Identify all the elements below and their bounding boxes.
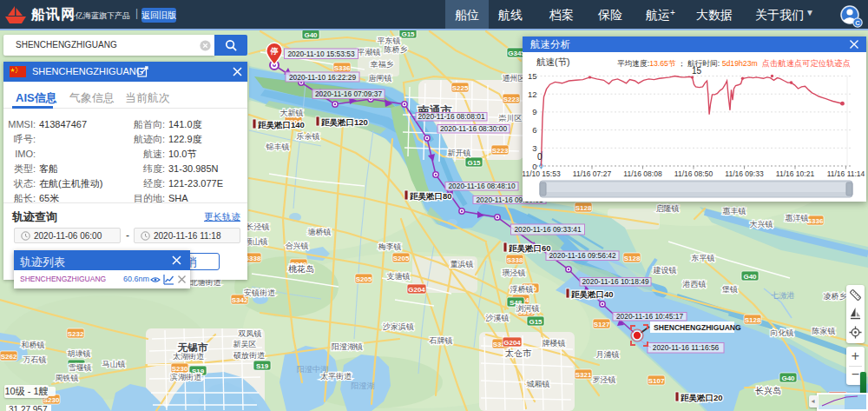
svg-text:G15: G15 [401,30,415,38]
svg-text:乐余镇: 乐余镇 [296,132,320,141]
svg-text:0: 0 [537,152,542,162]
svg-text:惠洋镇: 惠洋镇 [785,214,809,222]
svg-text:S225: S225 [452,84,469,92]
svg-text:雪堰镇: 雪堰镇 [69,363,92,372]
svg-text:罗泾镇: 罗泾镇 [593,375,616,384]
svg-text:S336: S336 [807,217,824,225]
svg-text:停: 停 [270,47,279,56]
svg-text:崇川区: 崇川区 [499,114,523,123]
svg-text:S128: S128 [624,255,641,262]
svg-text:15: 15 [692,66,702,76]
svg-text:堡镇: 堡镇 [721,285,738,294]
svg-text:月浦镇: 月浦镇 [596,350,620,359]
svg-text:S336: S336 [334,64,351,72]
svg-text:S128: S128 [745,316,761,324]
svg-text:11/16 09:33: 11/16 09:33 [725,169,764,178]
svg-text:11/16 08:08: 11/16 08:08 [623,169,662,178]
svg-text:梅李镇: 梅李镇 [378,242,402,251]
svg-text:12: 12 [528,89,537,99]
svg-text:11/16 07:27: 11/16 07:27 [573,169,612,178]
svg-text:距吴淞口20: 距吴淞口20 [681,393,723,402]
svg-text:塘桥镇: 塘桥镇 [307,228,332,236]
svg-text:和桥镇: 和桥镇 [22,341,45,349]
svg-text:沙溪镇: 沙溪镇 [485,314,510,322]
svg-text:港西镇: 港西镇 [682,280,707,288]
svg-text:S205: S205 [393,255,410,262]
svg-text:2020-11-16 10:45:17: 2020-11-16 10:45:17 [616,312,683,321]
svg-text:距吴淞口40: 距吴淞口40 [571,289,614,299]
svg-text:2020-11-16 08:48:10: 2020-11-16 08:48:10 [448,182,515,190]
svg-text:C: C [855,19,860,27]
svg-text:15: 15 [528,71,537,81]
svg-text:S205: S205 [356,275,372,283]
svg-text:建设镇: 建设镇 [653,266,677,275]
svg-text:S19: S19 [256,362,269,370]
svg-text:浮桥镇: 浮桥镇 [510,285,534,294]
svg-text:2020-11-16 10:18:49: 2020-11-16 10:18:49 [582,277,648,286]
svg-text:2020-11-16 11:16:56: 2020-11-16 11:16:56 [653,343,720,352]
svg-text:S127: S127 [594,321,610,328]
svg-text:七滧港: 七滧港 [771,291,795,300]
svg-text:陈家镇: 陈家镇 [812,327,836,335]
svg-text:太仓市: 太仓市 [505,348,532,358]
svg-text:大新镇: 大新镇 [280,109,304,117]
svg-text:G204: G204 [408,286,425,294]
svg-text:6: 6 [532,125,536,135]
svg-text:凌桥乡: 凌桥乡 [824,292,847,301]
svg-text:幸福乡: 幸福乡 [371,60,394,69]
svg-text:G40: G40 [304,31,318,39]
svg-text:S321: S321 [575,371,592,379]
svg-text:安镇街道: 安镇街道 [244,288,275,297]
svg-text:航速(节): 航速(节) [536,56,570,67]
svg-text:向化镇: 向化镇 [771,328,794,337]
svg-text:9: 9 [532,107,536,116]
svg-text:平均速度:13.65节 ； 航行时间: 5d19h23m: 平均速度:13.65节 ； 航行时间: 5d19h23m [617,59,758,68]
svg-text:2020-11-16 08:30:00: 2020-11-16 08:30:00 [440,124,507,133]
svg-text:G204: G204 [503,339,521,347]
svg-text:阳澄湖: 阳澄湖 [352,381,375,390]
svg-text:2020-11-16 09:56:42: 2020-11-16 09:56:42 [549,251,615,260]
svg-text:G15: G15 [467,159,481,167]
svg-text:距吴淞口80: 距吴淞口80 [410,191,452,201]
svg-text:2020-11-16 07:09:37: 2020-11-16 07:09:37 [315,89,382,98]
svg-text:唐闸镇: 唐闸镇 [369,74,392,83]
svg-text:11/16 11:14: 11/16 11:14 [827,169,865,178]
svg-text:平潮镇: 平潮镇 [358,48,381,56]
svg-text:S262: S262 [1,353,17,361]
svg-text:无锡市: 无锡市 [177,341,208,353]
svg-text:璜泾镇: 璜泾镇 [503,268,526,277]
svg-text:距吴淞口120: 距吴淞口120 [321,117,368,127]
svg-text:阳澄湖镇: 阳澄湖镇 [332,342,363,351]
svg-text:G40: G40 [781,375,795,382]
svg-text:双凤镇: 双凤镇 [238,329,262,338]
svg-text:石牌镇: 石牌镇 [429,336,453,345]
svg-text:支塘镇: 支塘镇 [387,272,411,281]
svg-text:新吴区: 新吴区 [233,340,257,348]
svg-text:万石镇: 万石镇 [23,355,47,364]
svg-text:G15: G15 [529,318,542,326]
svg-text:长泾镇: 长泾镇 [247,222,270,231]
svg-text:距吴淞口60: 距吴淞口60 [509,243,551,253]
svg-text:阳澄中湖: 阳澄中湖 [297,365,328,374]
svg-text:2020-11-10 16:22:29: 2020-11-10 16:22:29 [289,73,356,82]
svg-text:11/16 10:21: 11/16 10:21 [776,169,815,178]
svg-text:合兴镇: 合兴镇 [286,242,309,250]
svg-text:锦丰镇: 锦丰镇 [266,143,290,151]
svg-text:平东镇: 平东镇 [378,36,401,45]
svg-text:滨湖街道: 滨湖街道 [170,373,201,381]
svg-text:点击航速点可定位轨迹点: 点击航速点可定位轨迹点 [762,58,851,68]
svg-text:S128: S128 [575,204,592,212]
svg-text:长兴岛: 长兴岛 [755,386,781,395]
svg-text:S223: S223 [503,96,520,103]
svg-text:G40: G40 [743,273,757,281]
svg-text:硕放街道: 硕放街道 [233,351,265,360]
svg-text:2020-11-16 08:08:01: 2020-11-16 08:08:01 [418,112,484,121]
svg-text:S230: S230 [172,365,188,373]
svg-text:马山镇: 马山镇 [102,360,126,368]
svg-text:S232: S232 [68,330,84,338]
svg-text:2020-11-10 15:53:53: 2020-11-10 15:53:53 [287,50,354,58]
svg-text:新开镇: 新开镇 [448,149,471,157]
svg-text:浏河镇: 浏河镇 [516,304,540,313]
svg-text:启隆镇: 启隆镇 [656,204,680,213]
svg-text:沙家浜镇: 沙家浜镇 [382,322,414,331]
